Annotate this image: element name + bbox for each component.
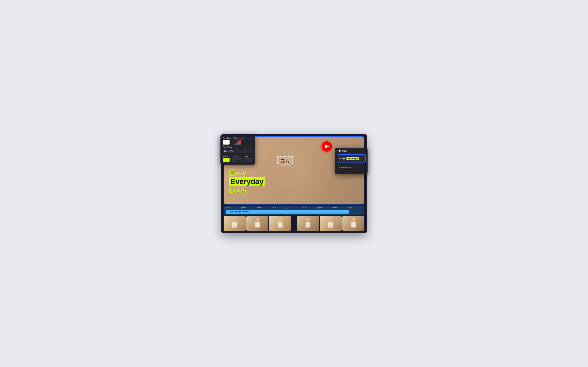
tick-3: | 00:03 <box>271 207 286 209</box>
handle-tr[interactable] <box>292 156 293 157</box>
thumb-head-6 <box>351 218 355 221</box>
presets-chevron-icon: ∨ <box>337 150 338 152</box>
thumb-body-2 <box>255 222 260 227</box>
thumb-body-4 <box>305 222 310 227</box>
tick-0: | 00:00 <box>226 207 241 209</box>
thumbnail-5 <box>320 216 342 231</box>
tick-4: | 00:04 <box>286 207 302 209</box>
tick-2: | 00:02 <box>256 207 271 209</box>
dash-input[interactable] <box>244 158 253 162</box>
youtube-play-icon <box>325 144 329 148</box>
border-input[interactable] <box>233 158 243 162</box>
thumb-body-6 <box>351 222 356 227</box>
thumbnail-group-2 <box>297 216 364 231</box>
overlay-line-1: Easy <box>229 169 265 177</box>
youtube-button[interactable] <box>322 141 332 152</box>
thumb-head-3 <box>278 218 282 221</box>
timeline-text-track[interactable]: T Easy Everyday Look <box>226 210 349 214</box>
overlay-line-3: Look <box>229 186 265 194</box>
preset-karaoke-label: Karaoke <box>339 167 347 169</box>
thumb-person-6 <box>350 218 357 229</box>
cursor-hand-icon: ☞ <box>286 160 289 165</box>
font-family-select[interactable]: Geeza Pro Arial Helvetica Times New Roma… <box>223 149 253 153</box>
thumbnail-4 <box>297 216 319 231</box>
track-label: Easy Everyday Look <box>230 210 249 213</box>
thumbnail-group-1 <box>224 216 291 231</box>
handle-br[interactable] <box>292 166 293 167</box>
stroke-label: Stroke <box>223 155 232 157</box>
thumb-head-2 <box>256 218 259 221</box>
thumb-person-1 <box>231 218 238 229</box>
tick-6: | 00:06 <box>317 207 332 209</box>
presets-header: ∨ Presets <box>337 150 366 152</box>
thumb-head-5 <box>329 218 332 221</box>
stroke-color-swatch[interactable] <box>223 158 229 162</box>
text-color-swatch[interactable] <box>223 140 229 144</box>
color-panel: Text Color Background Font Family Geeza … <box>220 135 255 165</box>
track-type-icon: T <box>227 210 229 213</box>
thumb-body-1 <box>232 222 237 227</box>
border-label: Border <box>233 156 243 158</box>
draggable-text-element[interactable]: Text ☞ <box>277 156 293 167</box>
thumb-head-1 <box>233 218 237 221</box>
handle-tl[interactable] <box>277 156 278 157</box>
thumbnail-gap <box>293 216 295 231</box>
text-color-label: Text Color <box>223 137 231 139</box>
font-family-wrapper: Geeza Pro Arial Helvetica Times New Roma… <box>223 149 253 153</box>
overlay-line-2: Everyday <box>229 177 265 186</box>
preset-highlight-badge: Highlight <box>346 157 359 160</box>
tick-5: | 00:05 <box>302 207 317 209</box>
tick-7: | 00:07 <box>332 207 347 209</box>
thumb-body-3 <box>278 222 283 227</box>
tick-1: | 00:01 <box>241 207 256 209</box>
presets-title: Presets <box>339 150 347 152</box>
thumbnail-3 <box>269 216 291 231</box>
video-area: Easy Everyday Look Text ☞ Text Color <box>224 136 364 204</box>
thumb-person-3 <box>277 218 283 229</box>
video-text-overlay: Easy Everyday Look <box>229 169 265 194</box>
timeline-ruler: | 00:00 | 00:01 | 00:02 | 00:03 | 00:04 … <box>226 207 362 209</box>
background-label: Background <box>234 137 244 139</box>
preset-word-highlight[interactable]: Word Highlight <box>337 154 366 163</box>
thumb-person-2 <box>254 218 261 229</box>
presets-panel: ∨ Presets Word Highlight Karaoke title <box>335 148 368 174</box>
tick-8: | 00:08 <box>347 207 362 209</box>
thumbnails-row <box>224 216 364 231</box>
thumb-person-4 <box>305 218 311 229</box>
timeline-area: | 00:00 | 00:01 | 00:02 | 00:03 | 00:04 … <box>224 206 364 215</box>
handle-bl[interactable] <box>277 166 278 167</box>
preset-word-label: Word <box>339 157 345 160</box>
app-container: Easy Everyday Look Text ☞ Text Color <box>221 134 367 233</box>
thumb-body-5 <box>328 222 333 227</box>
thumb-person-5 <box>327 218 334 229</box>
thumbnail-1 <box>224 216 246 231</box>
thumbnail-6 <box>342 216 364 231</box>
thumb-head-4 <box>306 218 310 221</box>
thumbnail-2 <box>246 216 268 231</box>
dash-label: Dash <box>244 156 253 158</box>
font-family-label: Font Family <box>223 146 253 148</box>
background-swatch[interactable] <box>234 140 241 144</box>
preset-karaoke[interactable]: Karaoke title <box>337 164 366 171</box>
preset-karaoke-title: title <box>348 167 352 169</box>
